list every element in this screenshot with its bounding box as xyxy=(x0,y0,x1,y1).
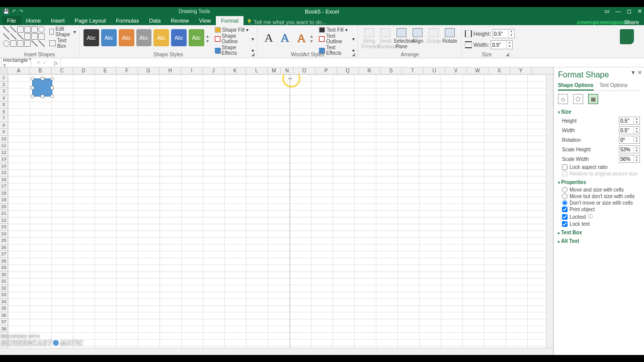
tab-format[interactable]: Format xyxy=(216,16,244,25)
launcher-icon[interactable]: ◢ xyxy=(352,52,357,57)
cancel-icon[interactable]: ✕ xyxy=(36,59,41,66)
col-header[interactable]: F xyxy=(116,67,138,74)
row-header[interactable]: 30 xyxy=(0,272,8,279)
resize-handle[interactable] xyxy=(31,77,34,80)
row-header[interactable]: 18 xyxy=(0,190,8,197)
column-headers[interactable]: ABCDEFGHIJKLMNOPQRSTUVWXY xyxy=(0,67,553,74)
style-preset[interactable]: Abc xyxy=(171,29,187,46)
pane-rotation-input[interactable]: ▲▼ xyxy=(619,136,640,144)
resize-handle[interactable] xyxy=(50,86,54,89)
col-header[interactable]: G xyxy=(138,67,159,74)
tab-data[interactable]: Data xyxy=(144,16,166,25)
undo-icon[interactable]: ↶ xyxy=(12,9,16,14)
row-header[interactable]: 32 xyxy=(0,285,8,292)
resize-handle[interactable] xyxy=(50,95,54,98)
text-fill-button[interactable]: Text Fill ▾ xyxy=(319,27,355,33)
section-properties[interactable]: Properties xyxy=(558,179,640,185)
shape-outline-button[interactable]: Shape Outline ▾ xyxy=(215,33,254,44)
col-header[interactable]: I xyxy=(181,67,203,74)
text-outline-button[interactable]: Text Outline ▾ xyxy=(319,33,355,44)
tell-me-input[interactable]: Tell me what you want to do... xyxy=(244,19,327,25)
style-preset[interactable]: Abc xyxy=(119,29,134,46)
row-header[interactable]: 33 xyxy=(0,292,8,299)
tab-review[interactable]: Review xyxy=(166,16,194,25)
row-header[interactable]: 11 xyxy=(0,142,8,149)
row-header[interactable]: 23 xyxy=(0,224,8,231)
save-icon[interactable]: 💾 xyxy=(3,9,9,14)
tab-formulas[interactable]: Formulas xyxy=(111,16,144,25)
cells-grid[interactable]: ↔ Width: 9.29 (70 pixels) xyxy=(8,74,546,348)
share-button[interactable]: Share xyxy=(624,19,639,25)
move-nosize-radio[interactable]: Move but don't size with cells xyxy=(562,194,640,199)
row-header[interactable]: 19 xyxy=(0,197,8,204)
selected-shape[interactable] xyxy=(32,78,52,97)
row-header[interactable]: 9 xyxy=(0,129,8,136)
wordart-more[interactable]: ▲▼ xyxy=(309,26,316,51)
col-header[interactable]: N xyxy=(281,67,294,74)
row-header[interactable]: 25 xyxy=(0,237,8,244)
wordart-preset[interactable]: A xyxy=(262,29,275,46)
row-header[interactable]: 24 xyxy=(0,231,8,238)
col-header[interactable]: R xyxy=(359,67,380,74)
col-header[interactable]: C xyxy=(51,67,73,74)
section-size[interactable]: Size xyxy=(558,109,640,115)
resize-handle[interactable] xyxy=(31,95,34,98)
resize-handle[interactable] xyxy=(41,77,44,80)
dont-move-radio[interactable]: Don't move or size with cells xyxy=(562,200,640,206)
row-header[interactable]: 6 xyxy=(0,109,8,116)
shape-fill-button[interactable]: Shape Fill ▾ xyxy=(215,27,254,33)
edit-shape-button[interactable]: Edit Shape ▾ xyxy=(48,26,77,37)
style-more[interactable]: ▲▼ xyxy=(205,26,212,51)
col-header[interactable]: K xyxy=(224,67,246,74)
tab-view[interactable]: View xyxy=(194,16,216,25)
col-header[interactable]: M xyxy=(268,67,281,74)
pane-tab-shape-options[interactable]: Shape Options xyxy=(558,82,594,90)
row-header[interactable]: 16 xyxy=(0,176,8,184)
col-header[interactable]: J xyxy=(203,67,224,74)
col-header[interactable]: A xyxy=(8,67,30,74)
worksheet[interactable]: ABCDEFGHIJKLMNOPQRSTUVWXY 12345678910111… xyxy=(0,67,553,355)
row-header[interactable]: 5 xyxy=(0,102,8,109)
row-header[interactable]: 21 xyxy=(0,210,8,217)
col-header[interactable]: T xyxy=(402,67,424,74)
resize-handle[interactable] xyxy=(50,77,54,80)
height-input[interactable]: ▲▼ xyxy=(493,29,515,38)
width-input[interactable]: ▲▼ xyxy=(491,40,513,49)
col-header[interactable]: B xyxy=(30,67,51,74)
locked-checkbox[interactable]: Locked ⓘ xyxy=(562,213,640,220)
style-preset[interactable]: Abc xyxy=(153,29,169,46)
col-header[interactable]: P xyxy=(315,67,337,74)
row-header[interactable]: 29 xyxy=(0,264,8,272)
col-header[interactable]: X xyxy=(489,67,510,74)
col-header[interactable]: U xyxy=(424,67,445,74)
style-preset[interactable]: Abc xyxy=(136,29,152,46)
row-header[interactable]: 13 xyxy=(0,156,8,163)
row-header[interactable]: 22 xyxy=(0,217,8,224)
lock-text-checkbox[interactable]: Lock text xyxy=(562,221,640,227)
resize-handle[interactable] xyxy=(31,86,34,89)
row-header[interactable]: 15 xyxy=(0,169,8,176)
tab-insert[interactable]: Insert xyxy=(46,16,70,25)
section-alt-text[interactable]: Alt Text xyxy=(558,238,640,244)
col-header[interactable]: S xyxy=(380,67,402,74)
row-header[interactable]: 8 xyxy=(0,122,8,129)
fx-icon[interactable]: fx xyxy=(51,60,60,66)
row-header[interactable]: 20 xyxy=(0,204,8,211)
section-text-box[interactable]: Text Box xyxy=(558,230,640,235)
col-header[interactable]: W xyxy=(467,67,489,74)
minimize-icon[interactable]: ― xyxy=(615,8,621,15)
row-header[interactable]: 12 xyxy=(0,149,8,156)
redo-icon[interactable]: ↷ xyxy=(19,9,23,14)
resize-handle[interactable] xyxy=(41,95,44,98)
selection-pane-button[interactable]: Selection Pane xyxy=(393,26,410,51)
pane-close-icon[interactable]: ▼ ✕ xyxy=(630,69,642,76)
col-header[interactable]: V xyxy=(445,67,467,74)
row-header[interactable]: 28 xyxy=(0,258,8,265)
shapes-gallery[interactable] xyxy=(3,26,45,51)
row-header[interactable]: 37 xyxy=(0,319,8,326)
row-headers[interactable]: 1234567891011121314151617181920212223242… xyxy=(0,74,8,348)
pane-tab-text-options[interactable]: Text Options xyxy=(600,82,628,90)
wordart-preset[interactable]: A xyxy=(295,29,308,46)
row-header[interactable]: 1 xyxy=(0,74,8,81)
col-header[interactable]: Y xyxy=(510,67,532,74)
